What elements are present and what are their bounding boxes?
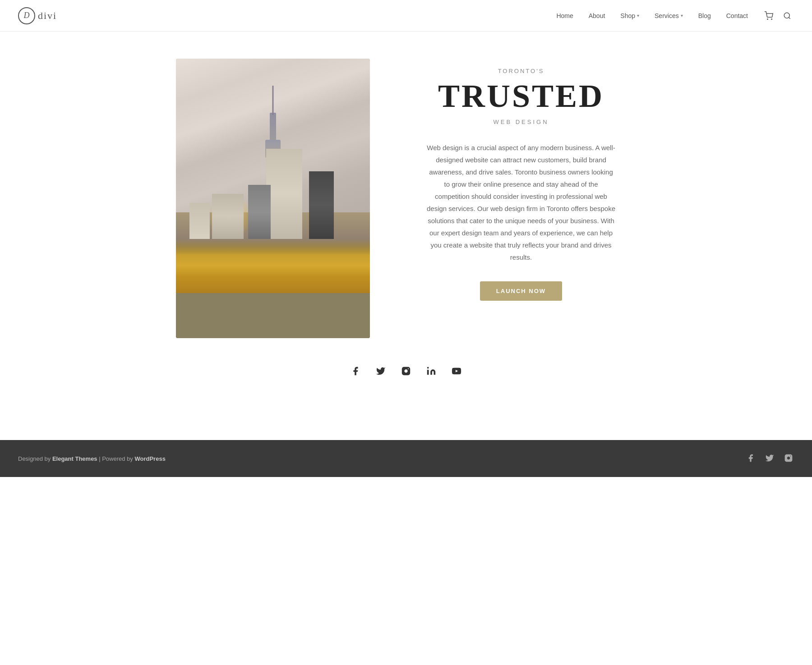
nav-contact[interactable]: Contact <box>720 9 754 23</box>
elegant-themes-link[interactable]: Elegant Themes <box>52 455 97 462</box>
designed-by-text: Designed by <box>18 455 52 462</box>
hero-subtitle-bottom: WEB DESIGN <box>406 119 636 125</box>
logo-circle: D <box>18 7 35 24</box>
services-chevron-icon: ▾ <box>681 13 683 18</box>
main-content: TORONTO'S TRUSTED WEB DESIGN Web design … <box>158 32 654 404</box>
hero-title: TRUSTED <box>406 80 636 112</box>
hero-text: TORONTO'S TRUSTED WEB DESIGN Web design … <box>406 59 636 301</box>
ground-base <box>176 293 370 338</box>
cart-icon <box>764 11 773 20</box>
nav-shop[interactable]: Shop ▾ <box>614 9 646 23</box>
cart-button[interactable] <box>761 9 776 23</box>
footer-twitter-icon[interactable] <box>765 454 775 463</box>
facebook-icon[interactable] <box>350 365 361 377</box>
shop-chevron-icon: ▾ <box>637 13 639 18</box>
svg-point-0 <box>767 18 768 19</box>
nav-blog[interactable]: Blog <box>692 9 717 23</box>
nav-about[interactable]: About <box>582 9 612 23</box>
svg-line-3 <box>789 17 790 18</box>
site-footer: Designed by Elegant Themes | Powered by … <box>0 440 812 477</box>
svg-point-1 <box>771 18 772 19</box>
trees <box>176 239 370 293</box>
linkedin-icon[interactable] <box>425 365 437 377</box>
svg-point-2 <box>784 13 789 18</box>
social-bar <box>176 365 636 377</box>
main-nav: Home About Shop ▾ Services ▾ Blog Contac… <box>550 9 794 23</box>
svg-point-7 <box>427 367 429 369</box>
building-4 <box>212 194 244 239</box>
building-2 <box>309 171 334 239</box>
hero-description: Web design is a crucial aspect of any mo… <box>426 142 616 263</box>
search-button[interactable] <box>780 9 794 23</box>
footer-facebook-icon[interactable] <box>746 454 756 463</box>
logo-name: divi <box>38 10 57 22</box>
site-header: D divi Home About Shop ▾ Services ▾ Blog… <box>0 0 812 32</box>
footer-instagram-icon[interactable] <box>784 454 794 463</box>
building-5 <box>189 203 210 239</box>
hero-image <box>176 59 370 338</box>
nav-utility-icons <box>761 9 794 23</box>
instagram-icon[interactable] <box>400 365 412 377</box>
search-icon <box>783 12 791 20</box>
nav-services[interactable]: Services ▾ <box>648 9 689 23</box>
logo-letter: D <box>24 11 30 20</box>
building-1 <box>266 149 302 239</box>
launch-now-button[interactable]: LAUNCH NOW <box>480 281 562 301</box>
hero-section: TORONTO'S TRUSTED WEB DESIGN Web design … <box>176 59 636 338</box>
wordpress-link[interactable]: WordPress <box>134 455 165 462</box>
footer-credits: Designed by Elegant Themes | Powered by … <box>18 455 166 462</box>
powered-by-text: | Powered by <box>97 455 135 462</box>
hero-image-container <box>176 59 370 338</box>
ground <box>176 239 370 338</box>
twitter-icon[interactable] <box>375 365 387 377</box>
nav-home[interactable]: Home <box>550 9 579 23</box>
youtube-icon[interactable] <box>451 365 462 377</box>
footer-social-icons <box>746 454 794 463</box>
svg-rect-6 <box>427 370 429 375</box>
building-3 <box>248 185 271 239</box>
site-logo[interactable]: D divi <box>18 7 57 24</box>
hero-subtitle-top: TORONTO'S <box>406 68 636 74</box>
